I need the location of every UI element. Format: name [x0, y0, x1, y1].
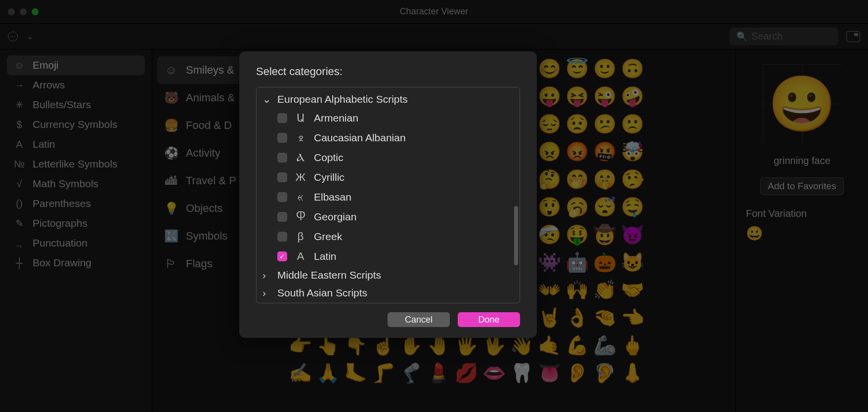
script-checkbox[interactable] — [277, 232, 287, 242]
script-label: Elbasan — [314, 191, 351, 203]
script-row[interactable]: ✓ALatin — [259, 247, 518, 266]
script-glyph-icon: 𐔀 — [294, 191, 307, 204]
cancel-button[interactable]: Cancel — [388, 312, 450, 327]
script-checkbox[interactable] — [277, 153, 287, 163]
script-glyph-icon: Ⲁ — [294, 151, 307, 164]
script-group-row[interactable]: ›Middle Eastern Scripts — [259, 266, 518, 284]
select-categories-dialog: Select categories: ⌄European Alphabetic … — [239, 51, 537, 338]
script-checkbox[interactable] — [277, 172, 287, 182]
dialog-title: Select categories: — [256, 65, 520, 78]
script-row[interactable]: ႴGeorgian — [259, 207, 518, 227]
script-glyph-icon: A — [294, 250, 307, 263]
script-label: Coptic — [314, 152, 344, 164]
script-group-label: South Asian Scripts — [277, 287, 367, 299]
script-label: Cyrillic — [314, 171, 345, 183]
script-checkbox[interactable] — [277, 133, 287, 143]
script-label: Armenian — [314, 112, 358, 124]
script-row[interactable]: ⲀCoptic — [259, 148, 518, 167]
script-glyph-icon: 𐔰 — [294, 131, 307, 144]
script-checkbox[interactable]: ✓ — [277, 251, 287, 261]
chevron-right-icon: › — [262, 269, 271, 281]
script-glyph-icon: Ⴔ — [294, 210, 307, 223]
script-label: Caucasian Albanian — [314, 132, 406, 144]
script-label: Latin — [314, 250, 337, 262]
script-glyph-icon: Ա — [294, 112, 307, 124]
script-group-row[interactable]: ›South Asian Scripts — [259, 284, 518, 302]
script-glyph-icon: Ж — [294, 171, 307, 184]
script-glyph-icon: β — [294, 230, 307, 243]
script-row[interactable]: βGreek — [259, 227, 518, 247]
script-checkbox[interactable] — [277, 113, 287, 123]
script-checkbox[interactable] — [277, 212, 287, 222]
script-group-row[interactable]: ⌄European Alphabetic Scripts — [259, 90, 518, 108]
script-checkbox[interactable] — [277, 192, 287, 202]
script-row[interactable]: 𐔰Caucasian Albanian — [259, 128, 518, 148]
script-group-label: Middle Eastern Scripts — [277, 269, 381, 281]
chevron-down-icon: ⌄ — [262, 93, 271, 105]
scrollbar-thumb[interactable] — [514, 206, 518, 265]
script-group-label: European Alphabetic Scripts — [277, 93, 408, 105]
script-row[interactable]: 𐔀Elbasan — [259, 187, 518, 207]
script-label: Greek — [314, 231, 342, 243]
chevron-right-icon: › — [262, 287, 271, 299]
script-row[interactable]: ЖCyrillic — [259, 167, 518, 187]
done-button[interactable]: Done — [458, 312, 520, 327]
script-row[interactable]: ԱArmenian — [259, 108, 518, 128]
script-label: Georgian — [314, 211, 356, 223]
category-tree: ⌄European Alphabetic ScriptsԱArmenian𐔰Ca… — [256, 87, 520, 303]
